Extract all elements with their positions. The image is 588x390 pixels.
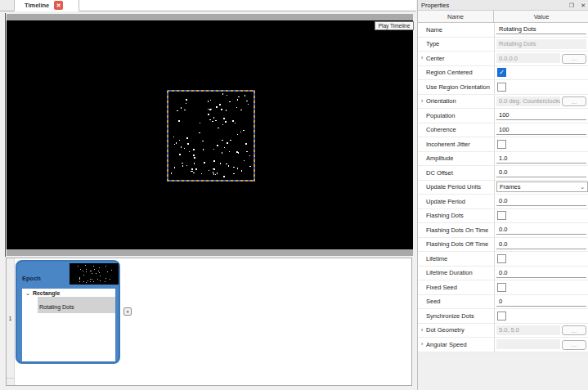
property-value-cell: 1.0 (494, 152, 588, 166)
stimulus-dot (228, 165, 230, 167)
center-value: 0.0,0.0 (496, 53, 560, 63)
stimulus-dot (227, 142, 228, 144)
stimulus-dot (233, 173, 235, 175)
epoch-card[interactable]: Epoch ⌄ Rectangle Rotating Dots (16, 260, 120, 364)
dot-geometry-ellipsis-button[interactable]: … (562, 325, 586, 335)
stimulus-dot (182, 165, 184, 167)
synchronize-dots-checkbox[interactable] (497, 312, 506, 321)
thumbnail-dot (90, 279, 91, 280)
update-period-units-dropdown[interactable]: Frames⌄ (496, 182, 588, 192)
thumbnail-dot (94, 269, 95, 270)
preview-top-strip (7, 14, 413, 20)
stimulus-dot (191, 171, 192, 173)
property-value-cell: 100 (494, 123, 588, 137)
play-timeline-button[interactable]: Play Timeline (375, 21, 414, 30)
stimulus-dot (245, 95, 246, 96)
tab-timeline[interactable]: Timeline ✕ (14, 0, 79, 11)
stimulus-dot (238, 96, 240, 98)
lifetime-checkbox[interactable] (497, 254, 506, 263)
dropdown-selected-value: Frames (500, 183, 520, 191)
thumbnail-dot (92, 273, 92, 274)
chevron-down-icon[interactable]: ⌄ (25, 291, 30, 296)
property-name-label: Use Region Orientation (426, 83, 494, 91)
flashing-dots-on-time-input[interactable]: 0.0 (496, 225, 586, 235)
property-name-label: Lifetime (426, 255, 494, 262)
column-header-name: Name (418, 11, 494, 22)
property-name-label: Incoherent Jitter (426, 141, 494, 148)
tree-item-rotating-dots[interactable]: Rotating Dots (38, 297, 115, 313)
add-epoch-button[interactable]: + (123, 307, 132, 316)
property-name-label: Fixed Seed (426, 284, 494, 291)
chevron-right-icon[interactable]: › (418, 97, 426, 105)
stimulus-dot (243, 130, 245, 132)
stimulus-dot (213, 172, 214, 173)
thumbnail-dot (107, 271, 108, 272)
property-row-type: TypeRotating Dots (418, 38, 588, 52)
chevron-right-icon[interactable]: › (418, 54, 426, 62)
timeline-row-number: 1 (9, 316, 12, 321)
region-centered-checkbox[interactable]: ✓ (497, 68, 506, 77)
thumbnail-dot (86, 282, 87, 283)
rotating-dots-region[interactable] (167, 90, 255, 182)
property-value-cell: Frames⌄ (494, 181, 588, 195)
flashing-dots-off-time-input[interactable]: 0.0 (496, 240, 586, 249)
stimulus-dot (195, 168, 197, 170)
property-row-flashing-dots-on-time: Flashing Dots On Time0.0 (418, 223, 588, 238)
stimulus-dot (193, 149, 195, 150)
property-name-label: Name (426, 26, 494, 34)
population-input[interactable]: 100 (496, 110, 586, 120)
stimulus-dot (173, 137, 175, 138)
property-row-dot-geometry: ›Dot Geometry5.0, 5.0… (418, 324, 588, 338)
use-region-orientation-checkbox[interactable] (497, 83, 506, 92)
update-period-input[interactable]: 0.0 (496, 196, 586, 206)
stimulus-dot (240, 132, 242, 133)
dc-offset-input[interactable]: 0.0 (496, 168, 586, 177)
amplitude-input[interactable]: 1.0 (496, 154, 586, 164)
stimulus-dot (229, 151, 231, 153)
angular-speed-ellipsis-button[interactable]: … (562, 340, 586, 350)
chevron-right-icon[interactable]: › (418, 326, 426, 334)
close-panel-icon[interactable]: ✕ (577, 0, 588, 11)
property-row-coherence: Coherence100 (418, 123, 588, 138)
stimulus-dot (233, 167, 235, 168)
property-name-label: Flashing Dots On Time (426, 226, 494, 234)
thumbnail-dot (97, 279, 98, 280)
stimulus-dot (241, 170, 243, 172)
property-row-use-region-orientation: Use Region Orientation (418, 80, 588, 95)
stimulus-dot (215, 174, 217, 176)
stimulus-dot (216, 106, 218, 108)
coherence-input[interactable]: 100 (496, 125, 586, 135)
stimulus-dot (246, 101, 248, 102)
flashing-dots-checkbox[interactable] (497, 211, 506, 220)
stimulus-dot (177, 110, 178, 112)
thumbnail-dot (110, 279, 110, 280)
stimulus-dot (235, 123, 236, 124)
tree-item-rectangle-label: Rectangle (33, 290, 60, 296)
stimulus-dot (225, 121, 227, 123)
property-name-label: Type (426, 40, 494, 47)
thumbnail-dot (111, 270, 112, 271)
stimulus-dot (171, 173, 173, 174)
thumbnail-dot (85, 265, 86, 266)
name-input[interactable]: Rotating Dots (496, 25, 586, 34)
tab-close-icon[interactable]: ✕ (54, 1, 63, 10)
seed-input[interactable]: 0 (496, 297, 586, 307)
incoherent-jitter-checkbox[interactable] (497, 140, 506, 149)
stimulus-dot (193, 173, 195, 174)
stimulus-dot (186, 103, 187, 105)
stimulus-dot (226, 110, 227, 111)
property-name-label: Region Centered (426, 69, 494, 76)
stimulus-dot (217, 173, 218, 174)
preview-canvas[interactable]: Play Timeline (7, 20, 413, 249)
orientation-ellipsis-button[interactable]: … (562, 96, 586, 106)
property-row-seed: Seed0 (418, 295, 588, 310)
fixed-seed-checkbox[interactable] (497, 283, 506, 292)
lifetime-duration-input[interactable]: 0.0 (496, 268, 586, 278)
orientation-value: 0.0 deg. Counterclockwise (496, 96, 560, 106)
center-ellipsis-button[interactable]: … (562, 54, 586, 64)
chevron-right-icon[interactable]: › (418, 340, 426, 348)
tree-item-rectangle[interactable]: ⌄ Rectangle (22, 289, 115, 297)
float-panel-icon[interactable]: ❐ (566, 0, 577, 11)
stimulus-dot (201, 173, 203, 175)
stimulus-dot (236, 107, 238, 109)
